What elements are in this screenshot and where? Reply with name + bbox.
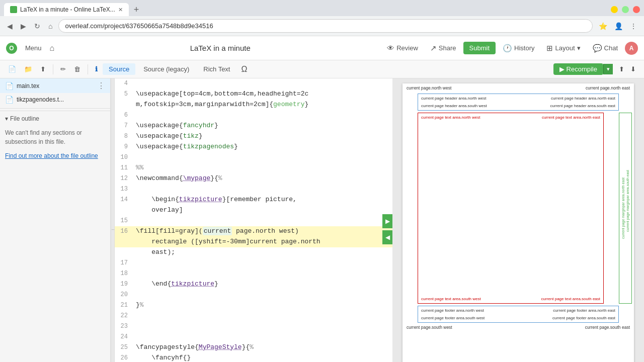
layout-icon: ⊞ bbox=[546, 44, 553, 53]
file-outline-header[interactable]: ▾ File outline bbox=[5, 115, 105, 122]
recompile-icon: ▶ bbox=[559, 65, 565, 73]
line-content bbox=[134, 290, 392, 300]
source-tab[interactable]: Source bbox=[103, 63, 135, 75]
right-margin-box: current page marginpar area.north east c… bbox=[619, 113, 632, 304]
edit-button[interactable]: ✏ bbox=[57, 64, 69, 74]
code-line: 4 bbox=[115, 78, 392, 89]
label-header-nw: current page header area.north west bbox=[421, 96, 486, 101]
code-line-cont: east); bbox=[115, 247, 392, 258]
layout-button[interactable]: ⊞ Layout ▾ bbox=[541, 41, 585, 55]
label-se: current page.south east bbox=[585, 325, 630, 330]
line-number: 5 bbox=[115, 89, 134, 100]
forward-button[interactable]: ▶ bbox=[19, 20, 28, 32]
file-item-main[interactable]: 📄 main.tex ⋮ bbox=[0, 78, 110, 93]
line-number: 12 bbox=[115, 173, 134, 184]
line-content: }% bbox=[134, 300, 392, 311]
line-content: \fill[fill=gray](current page.north west… bbox=[134, 226, 392, 237]
line-content: \newcommand{\mypage}{% bbox=[134, 173, 392, 184]
history-button[interactable]: 🕐 History bbox=[498, 41, 539, 55]
label-footer-se: current page footer area.south east bbox=[552, 316, 615, 320]
layout-label: Layout bbox=[555, 44, 575, 52]
delete-button[interactable]: 🗑 bbox=[71, 64, 84, 74]
info-button[interactable]: ℹ bbox=[92, 64, 101, 74]
browser-toolbar-icons: ⭐ 👤 ⋮ bbox=[597, 20, 639, 32]
submit-button[interactable]: Submit bbox=[463, 42, 496, 54]
line-number: 14 bbox=[115, 195, 134, 205]
avatar[interactable]: A bbox=[625, 42, 638, 55]
new-tab-button[interactable]: + bbox=[131, 5, 142, 15]
line-number: 9 bbox=[115, 142, 134, 152]
code-line: 13 bbox=[115, 184, 392, 195]
right-margin-labels: current page marginpar area.north east c… bbox=[621, 170, 630, 247]
source-legacy-tab[interactable]: Source (legacy) bbox=[137, 63, 195, 75]
download-button[interactable]: ⬇ bbox=[627, 64, 639, 74]
layout-dropdown-icon: ▾ bbox=[577, 44, 581, 52]
sidebar-collapse-handle[interactable]: ··· bbox=[111, 78, 115, 362]
label-header-sw: current page header area.south west bbox=[421, 104, 487, 108]
outline-link[interactable]: Find out more about the file outline bbox=[5, 151, 105, 160]
browser-tab-active[interactable]: LaTeX in a minute - Online LaTeX... ✕ bbox=[4, 3, 129, 16]
tab-close-btn[interactable]: ✕ bbox=[118, 7, 123, 13]
label-nw: current page.north west bbox=[407, 85, 451, 90]
refresh-button[interactable]: ↻ bbox=[32, 20, 42, 32]
minimize-button[interactable] bbox=[611, 6, 618, 13]
preview-content[interactable]: current page.north west current page.nor… bbox=[392, 78, 644, 362]
extensions-button[interactable]: ⭐ bbox=[597, 20, 609, 32]
code-line: 19 \end{tikzpicture} bbox=[115, 279, 392, 290]
rich-text-tab[interactable]: Rich Text bbox=[197, 63, 236, 75]
line-number: 19 bbox=[115, 279, 134, 290]
margin-label-1: current page marginpar area.north east bbox=[621, 170, 625, 247]
upload-pdf-button[interactable]: ⬆ bbox=[616, 64, 627, 74]
line-content: \usepackage{tikz} bbox=[134, 131, 392, 142]
file-menu-main[interactable]: ⋮ bbox=[97, 81, 105, 90]
line-number: 6 bbox=[115, 110, 134, 121]
sidebar: 📄 main.tex ⋮ 📄 tikzpagenodes.t... ▾ File… bbox=[0, 78, 111, 362]
file-item-tikz[interactable]: 📄 tikzpagenodes.t... bbox=[0, 93, 110, 106]
line-content: rectangle ([yshift=-30mm]current page.no… bbox=[134, 237, 392, 247]
line-content: \usepackage[top=4cm,bottom=4cm,headheigh… bbox=[134, 89, 392, 100]
footer-area-box: current page footer area.north west curr… bbox=[418, 306, 619, 323]
chat-label: Chat bbox=[604, 44, 618, 52]
history-label: History bbox=[514, 44, 534, 52]
close-button[interactable] bbox=[633, 6, 640, 13]
recompile-dropdown-button[interactable]: ▾ bbox=[603, 64, 613, 74]
scroll-left-button[interactable]: ◀ bbox=[382, 230, 392, 244]
file-outline-label: File outline bbox=[10, 115, 39, 122]
menu-button[interactable]: Menu bbox=[21, 42, 46, 54]
line-content: \usepackage{fancyhdr} bbox=[134, 121, 392, 131]
home-button[interactable]: ⌂ bbox=[46, 20, 54, 32]
code-line-cont: m,footskip=3cm,marginparwidth=2cm]{geome… bbox=[115, 100, 392, 110]
code-line: 23 bbox=[115, 321, 392, 332]
maximize-button[interactable] bbox=[622, 6, 629, 13]
line-number bbox=[115, 205, 134, 216]
footer-top-labels: current page footer area.north west curr… bbox=[421, 308, 615, 313]
line-content bbox=[134, 152, 392, 163]
more-button[interactable]: ⋮ bbox=[628, 20, 639, 32]
code-line: 20 bbox=[115, 290, 392, 300]
profile-button[interactable]: 👤 bbox=[612, 20, 625, 32]
code-editor[interactable]: 4 5 \usepackage[top=4cm,bottom=4cm,headh… bbox=[115, 78, 392, 362]
new-folder-button[interactable]: 📁 bbox=[21, 64, 35, 74]
line-content bbox=[134, 311, 392, 321]
tab-favicon bbox=[10, 6, 17, 13]
line-number bbox=[115, 100, 134, 110]
chat-button[interactable]: 💬 Chat bbox=[588, 41, 623, 55]
upload-button[interactable]: ⬆ bbox=[37, 64, 49, 74]
scroll-right-button[interactable]: ▶ bbox=[382, 214, 392, 228]
line-number: 20 bbox=[115, 290, 134, 300]
recompile-button[interactable]: ▶ Recompile bbox=[553, 63, 603, 75]
editor-toolbar: 📄 📁 ⬆ ✏ 🗑 ℹ Source Source (legacy) Rich … bbox=[0, 60, 644, 78]
home-nav-button[interactable]: ⌂ bbox=[46, 42, 59, 55]
share-button[interactable]: ↗ Share bbox=[425, 41, 461, 55]
new-file-button[interactable]: 📄 bbox=[5, 64, 19, 74]
back-button[interactable]: ◀ bbox=[5, 20, 15, 32]
label-text-nw: current page text area.north west bbox=[421, 115, 480, 120]
address-bar[interactable] bbox=[58, 19, 593, 33]
file-icon-tikz: 📄 bbox=[5, 96, 14, 104]
review-button[interactable]: 👁 Review bbox=[382, 41, 423, 55]
label-header-se: current page header area.south east bbox=[550, 104, 615, 108]
line-content: \fancypagestyle{MyPageStyle}{% bbox=[134, 342, 392, 353]
scroll-arrows: ▶ ◀ bbox=[382, 214, 392, 244]
line-number: 21 bbox=[115, 300, 134, 311]
omega-button[interactable]: Ω bbox=[238, 63, 250, 75]
